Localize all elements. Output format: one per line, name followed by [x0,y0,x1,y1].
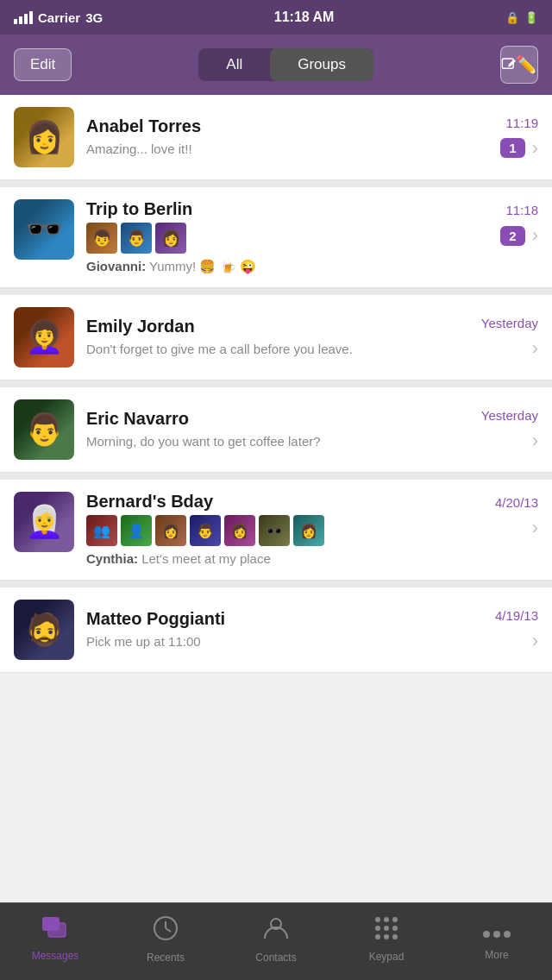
compose-button[interactable]: ✏️ [500,46,538,84]
svg-point-18 [493,931,500,938]
more-tab-icon [483,918,511,945]
avatar-matteo: 🧔 [14,600,74,660]
edit-button[interactable]: Edit [14,48,72,81]
conv-name-matteo: Matteo Poggianti [86,609,483,629]
unread-badge-berlin: 2 [500,226,524,246]
network-label: 3G [85,10,103,25]
ba-7: 👩 [293,515,324,546]
svg-point-8 [375,917,380,922]
chevron-icon-matteo: › [532,630,538,652]
conv-body-matteo: Matteo Poggianti Pick me up at 11:00 [86,609,483,650]
conversation-item-matteo[interactable]: 🧔 Matteo Poggianti Pick me up at 11:00 4… [0,587,552,673]
tab-groups[interactable]: Groups [270,48,373,81]
conv-time-bernard: 4/20/13 [495,495,538,510]
conv-right-matteo: 4/19/13 › [495,608,538,652]
compose-icon [501,54,516,75]
recents-tab-icon [152,914,179,948]
conv-meta-emily: › [532,337,538,360]
conv-body-berlin: Trip to Berlin 👦 👨 👩 Giovanni: Yummy! 🍔 … [86,199,488,275]
conversation-item-emily[interactable]: 👩‍🦱 Emily Jordan Don't forget to give me… [0,295,552,380]
tab-messages[interactable]: Messages [0,916,110,967]
carrier-label: Carrier [38,10,80,25]
chevron-icon-anabel: › [532,137,538,160]
nav-bar: Edit All Groups ✏️ [0,35,552,95]
tab-recents-label: Recents [147,952,185,964]
conv-meta-berlin: 2 › [500,224,538,247]
svg-point-19 [504,931,511,938]
separator-2 [0,288,552,295]
conv-name-berlin: Trip to Berlin [86,199,488,219]
svg-line-6 [166,928,171,932]
group-avatars-bernard: 👥 👤 👩 👨 👩 🕶️ 👩 [86,515,483,546]
conv-name-emily: Emily Jordan [86,317,469,336]
ba-4: 👨 [190,515,221,546]
chevron-icon-bernard: › [532,517,538,539]
tab-contacts[interactable]: Contacts [221,914,331,969]
battery-icon: 🔋 [524,11,538,24]
ba-5: 👩 [224,515,255,546]
group-avatar-1: 👦 [86,223,117,254]
avatar-emily: 👩‍🦱 [14,307,74,368]
separator-4 [0,473,552,480]
tab-keypad-label: Keypad [369,951,405,963]
conv-name-eric: Eric Navarro [86,409,469,429]
status-bar-left: Carrier 3G [14,10,103,25]
avatar-anabel: 👩 [14,107,74,167]
separator-3 [0,380,552,387]
svg-rect-2 [48,923,66,937]
conversation-item-eric[interactable]: 👨 Eric Navarro Morning, do you want to g… [0,387,552,473]
conv-preview-eric: Morning, do you want to get coffee later… [86,432,469,450]
conv-right-eric: Yesterday › [481,408,538,452]
separator [0,180,552,187]
ba-2: 👤 [121,515,152,546]
group-avatars-berlin: 👦 👨 👩 [86,223,488,254]
ba-6: 🕶️ [259,515,290,546]
tab-more-label: More [485,949,508,961]
conv-preview-berlin: Giovanni: Yummy! 🍔 🍺 😜 [86,257,488,275]
conv-right-anabel: 11:19 1 › [500,116,538,160]
svg-point-16 [392,934,398,939]
tab-messages-label: Messages [32,950,79,962]
svg-point-11 [375,926,380,931]
contacts-tab-icon [263,914,289,948]
tab-all[interactable]: All [198,48,270,81]
conv-meta-eric: › [532,430,538,452]
conv-right-emily: Yesterday › [481,316,538,360]
tab-recents[interactable]: Recents [110,914,221,969]
chevron-icon-emily: › [532,337,538,360]
conv-time-berlin: 11:18 [505,203,538,217]
conv-time-emily: Yesterday [481,316,538,330]
conv-body-eric: Eric Navarro Morning, do you want to get… [86,409,469,450]
svg-point-14 [375,934,380,939]
group-avatar-3: 👩 [155,223,186,254]
conv-name-anabel: Anabel Torres [86,116,488,136]
avatar-berlin: 🕶️ [14,199,74,260]
conv-preview-bernard: Cynthia: Let's meet at my place [86,550,483,568]
unread-badge-anabel: 1 [500,138,524,158]
conv-right-berlin: 11:18 2 › [500,203,538,247]
ba-3: 👩 [155,515,186,546]
avatar-eric: 👨 [14,399,74,460]
separator-5 [0,581,552,587]
conv-body-bernard: Bernard's Bday 👥 👤 👩 👨 👩 🕶️ 👩 Cynthia: L… [86,492,483,568]
status-bar-right: 🔒 🔋 [505,11,538,24]
group-avatar-2: 👨 [121,223,152,254]
svg-point-10 [392,917,398,922]
conversation-item-anabel[interactable]: 👩 Anabel Torres Amazing... love it!! 11:… [0,95,552,180]
tab-more[interactable]: More [442,918,552,966]
tab-keypad[interactable]: Keypad [331,915,442,968]
svg-point-17 [483,931,490,938]
chevron-icon-eric: › [532,430,538,452]
conv-preview-matteo: Pick me up at 11:00 [86,632,483,650]
conv-right-bernard: 4/20/13 › [495,495,538,539]
conv-meta-anabel: 1 › [500,137,538,160]
conversations-list: 👩 Anabel Torres Amazing... love it!! 11:… [0,95,552,902]
conv-body-emily: Emily Jordan Don't forget to give me a c… [86,317,469,358]
svg-point-15 [384,934,389,939]
svg-point-13 [392,926,398,931]
conversation-item-bernard[interactable]: 👩‍🦳 Bernard's Bday 👥 👤 👩 👨 👩 🕶️ 👩 Cynthi… [0,480,552,581]
conversation-item-berlin[interactable]: 🕶️ Trip to Berlin 👦 👨 👩 Giovanni: Yummy!… [0,187,552,288]
conv-preview-emily: Don't forget to give me a call before yo… [86,340,469,358]
chevron-icon-berlin: › [532,224,538,247]
conv-time-matteo: 4/19/13 [495,608,538,623]
